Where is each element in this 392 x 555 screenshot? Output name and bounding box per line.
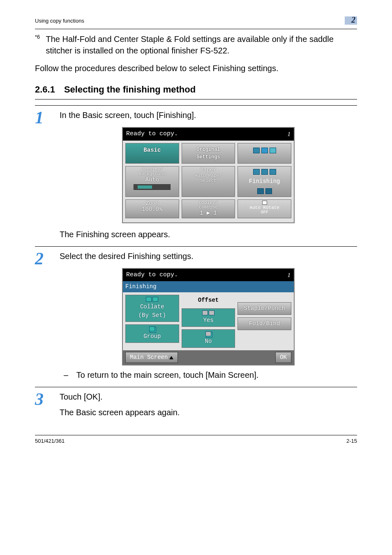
density-bar-icon	[134, 184, 171, 190]
zoom-button[interactable]: Zoom 100.0%	[125, 199, 179, 218]
offset-label: Offset	[182, 295, 235, 306]
step-3-instruction: Touch [OK].	[60, 391, 357, 403]
finishing-button[interactable]: Finishing	[238, 166, 291, 197]
auto-rotate-button[interactable]: Auto Rotate OFF	[238, 199, 291, 218]
doc-icon	[253, 148, 260, 153]
subsection-heading: 2.6.1 Selecting the finishing method	[35, 84, 357, 95]
footnote-text: The Half-Fold and Center Staple & Fold s…	[46, 33, 357, 56]
offset-no-button[interactable]: No	[182, 329, 235, 348]
finishing-icon-1	[253, 169, 260, 175]
main-screen-button[interactable]: Main Screen	[125, 352, 178, 363]
basic-screen-screenshot: Ready to copy. 1 Basic Original Settings	[122, 127, 295, 223]
collate-icon	[146, 297, 152, 302]
density-background-button[interactable]: Density/ Background Auto	[125, 166, 179, 197]
tab-basic[interactable]: Basic	[125, 143, 179, 164]
finishing-copy-count: 1	[288, 271, 291, 280]
collate-button[interactable]: Collate (By Set)	[125, 295, 179, 322]
footer-model: 501/421/361	[35, 438, 65, 444]
step-3-result: The Basic screen appears again.	[60, 406, 357, 419]
step-divider	[35, 246, 357, 247]
chapter-number-badge: 2	[345, 16, 357, 25]
finishing-title: Finishing	[123, 281, 294, 292]
tab-original-settings[interactable]: Original Settings	[182, 143, 235, 164]
step-1-result: The Finishing screen appears.	[60, 228, 357, 240]
subsection-rule	[35, 99, 357, 99]
header-rule	[35, 29, 357, 29]
finishing-icon-4	[257, 188, 264, 194]
finishing-icon-2	[261, 169, 268, 175]
fold-bind-button[interactable]: Fold/Bind	[238, 317, 291, 330]
tab-icons[interactable]	[238, 143, 291, 164]
step-1-number: 1	[35, 109, 49, 240]
footer-page-number: 2-15	[346, 438, 357, 444]
paper-button[interactable]: Paper Auto Paper Select	[182, 166, 235, 197]
intro-paragraph: Follow the procedures described below to…	[35, 62, 357, 74]
staple-punch-button[interactable]: Staple/Punch	[238, 302, 291, 315]
step-divider	[35, 387, 357, 387]
finishing-icon-3	[270, 169, 276, 175]
group-icon	[149, 326, 155, 331]
ok-button[interactable]: OK	[275, 352, 291, 363]
finishing-screen-screenshot: Ready to copy. 1 Finishing Collate (By S…	[122, 268, 295, 366]
finishing-icon-5	[265, 188, 272, 194]
group-button[interactable]: Group	[125, 324, 179, 343]
phone-icon	[261, 148, 268, 153]
offset-yes-icon	[202, 310, 208, 315]
footnote-mark: *6	[35, 33, 42, 56]
up-arrow-icon	[169, 356, 173, 359]
finishing-status-text: Ready to copy.	[126, 271, 178, 280]
offset-yes-button[interactable]: Yes	[182, 308, 235, 327]
duplex-combine-button[interactable]: Duplex/ Combine 1 ▶ 1	[182, 199, 235, 218]
step-2-instruction: Select the desired Finishing settings.	[60, 250, 357, 262]
camera-icon	[270, 148, 276, 153]
offset-no-icon	[205, 331, 211, 336]
rotate-icon	[262, 201, 267, 205]
step-2-bullet: – To return to the main screen, touch [M…	[64, 369, 357, 381]
collate-icon	[152, 297, 158, 302]
step-1-instruction: In the Basic screen, touch [Finishing].	[60, 109, 357, 121]
basic-copy-count: 1	[288, 130, 291, 139]
step-divider	[35, 105, 357, 106]
running-header-text: Using copy functions	[35, 18, 84, 24]
step-2-number: 2	[35, 250, 49, 382]
basic-status-text: Ready to copy.	[126, 130, 178, 139]
offset-yes-icon	[209, 310, 214, 315]
step-3-number: 3	[35, 391, 49, 419]
